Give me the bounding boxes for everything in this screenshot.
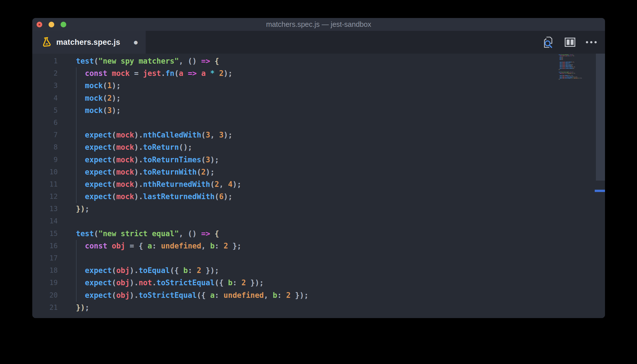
line-number: 15	[32, 228, 58, 240]
more-actions-button[interactable]	[585, 36, 598, 49]
code-line[interactable]	[76, 215, 309, 227]
tab-matchers-spec[interactable]: matchers.spec.js ●	[32, 31, 146, 54]
traffic-lights	[37, 22, 66, 27]
line-number: 17	[32, 252, 58, 264]
close-button[interactable]	[37, 22, 42, 27]
code-line[interactable]: expect(mock).toReturnTimes(3);	[76, 154, 309, 166]
code-line[interactable]: expect(obj).not.toStrictEqual({ b: 2 });	[76, 277, 309, 289]
minimap[interactable]: test("new spy matchers", () => { const m…	[559, 54, 587, 80]
zoom-button[interactable]	[61, 22, 66, 27]
modified-dot[interactable]: ●	[133, 38, 138, 46]
line-number: 14	[32, 215, 58, 227]
code-line[interactable]: expect(mock).nthCalledWith(3, 3);	[76, 129, 309, 141]
code-area[interactable]: test("new spy matchers", () => { const m…	[76, 55, 309, 314]
scrollbar-thumb[interactable]	[596, 54, 605, 181]
line-number: 21	[32, 302, 58, 314]
app-window: matchers.spec.js — jest-sandbox matchers…	[32, 18, 605, 318]
code-line[interactable]: test("new strict equal", () => {	[76, 228, 309, 240]
code-line[interactable]: expect(obj).toStrictEqual({ a: undefined…	[76, 289, 309, 302]
line-number: 2	[32, 67, 58, 80]
overview-ruler-marker	[595, 190, 605, 192]
line-number: 12	[32, 191, 58, 203]
code-line[interactable]: expect(mock).toReturnWith(2);	[76, 166, 309, 178]
code-line[interactable]: const mock = jest.fn(a => a * 2);	[76, 67, 309, 80]
code-line[interactable]: });	[76, 302, 309, 314]
code-line[interactable]: });	[76, 203, 309, 215]
line-number: 4	[32, 92, 58, 104]
editor-pane[interactable]: 123456789101112131415161718192021 test("…	[32, 54, 605, 318]
line-number: 5	[32, 104, 58, 117]
line-number: 8	[32, 141, 58, 153]
line-number: 7	[32, 129, 58, 141]
code-line[interactable]	[76, 252, 309, 264]
line-number: 10	[32, 166, 58, 178]
titlebar[interactable]: matchers.spec.js — jest-sandbox	[32, 18, 605, 31]
line-number-gutter: 123456789101112131415161718192021	[32, 55, 58, 314]
code-line[interactable]: expect(obj).toEqual({ b: 2 });	[76, 264, 309, 277]
minimize-button[interactable]	[49, 22, 54, 27]
line-number: 19	[32, 277, 58, 289]
minimap-line: });	[559, 79, 587, 80]
code-line[interactable]: expect(mock).toReturn();	[76, 141, 309, 153]
line-number: 11	[32, 178, 58, 191]
ellipsis-icon	[585, 41, 598, 44]
search-editor-button[interactable]	[542, 36, 554, 49]
scrollbar[interactable]	[596, 54, 605, 318]
code-line[interactable]: expect(mock).nthReturnedWith(2, 4);	[76, 178, 309, 191]
search-editor-icon	[542, 36, 554, 49]
split-editor-icon	[565, 38, 575, 47]
code-line[interactable]: test("new spy matchers", () => {	[76, 55, 309, 67]
split-editor-button[interactable]	[564, 36, 576, 49]
line-number: 9	[32, 154, 58, 166]
editor-actions	[542, 31, 605, 54]
line-number: 13	[32, 203, 58, 215]
line-number: 3	[32, 80, 58, 92]
code-line[interactable]: mock(1);	[76, 80, 309, 92]
flask-test-icon	[42, 37, 51, 48]
code-line[interactable]: const obj = { a: undefined, b: 2 };	[76, 240, 309, 252]
code-line[interactable]: expect(mock).lastReturnedWith(6);	[76, 191, 309, 203]
line-number: 16	[32, 240, 58, 252]
line-number: 20	[32, 289, 58, 302]
code-line[interactable]	[76, 117, 309, 129]
tab-bar: matchers.spec.js ●	[32, 31, 605, 54]
line-number: 1	[32, 55, 58, 67]
line-number: 6	[32, 117, 58, 129]
line-number: 18	[32, 264, 58, 277]
tab-label: matchers.spec.js	[56, 38, 120, 47]
code-line[interactable]: mock(2);	[76, 92, 309, 104]
code-line[interactable]: mock(3);	[76, 104, 309, 117]
window-title: matchers.spec.js — jest-sandbox	[32, 18, 605, 31]
